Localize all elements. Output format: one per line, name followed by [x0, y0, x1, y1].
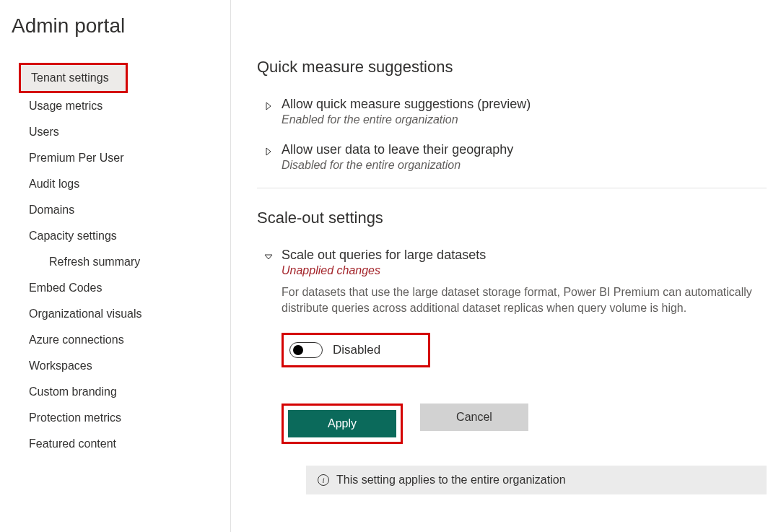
nav-list: Tenant settings Usage metrics Users Prem…	[9, 63, 230, 457]
setting-status: Enabled for the entire organization	[282, 113, 767, 126]
setting-row-allow-quick-measure[interactable]: Allow quick measure suggestions (preview…	[257, 97, 767, 126]
setting-label: Scale out queries for large datasets	[282, 248, 767, 263]
sidebar-item-users[interactable]: Users	[9, 119, 218, 145]
setting-status: Disabled for the entire organization	[282, 159, 767, 172]
sidebar-item-capacity-settings[interactable]: Capacity settings	[9, 223, 218, 249]
sidebar-item-embed-codes[interactable]: Embed Codes	[9, 275, 218, 301]
setting-content: Allow quick measure suggestions (preview…	[282, 97, 767, 126]
portal-title: Admin portal	[9, 14, 230, 38]
sidebar-item-protection-metrics[interactable]: Protection metrics	[9, 405, 218, 431]
setting-row-scale-out-queries[interactable]: Scale out queries for large datasets Una…	[257, 248, 767, 494]
sidebar-item-workspaces[interactable]: Workspaces	[9, 353, 218, 379]
setting-warning: Unapplied changes	[282, 264, 767, 277]
cancel-button[interactable]: Cancel	[420, 404, 528, 431]
toggle-knob	[293, 345, 303, 355]
sidebar-item-azure-connections[interactable]: Azure connections	[9, 327, 218, 353]
button-row: Apply Cancel	[282, 404, 767, 444]
info-bar: i This setting applies to the entire org…	[306, 466, 767, 494]
setting-content: Allow user data to leave their geography…	[282, 142, 767, 172]
sidebar-item-domains[interactable]: Domains	[9, 197, 218, 223]
sidebar: Admin portal Tenant settings Usage metri…	[0, 0, 231, 532]
setting-description: For datasets that use the large dataset …	[282, 284, 767, 317]
toggle-label: Disabled	[333, 343, 380, 357]
sidebar-item-featured-content[interactable]: Featured content	[9, 431, 218, 457]
setting-label: Allow user data to leave their geography	[282, 142, 767, 157]
section-title-quick-measure: Quick measure suggestions	[257, 58, 767, 77]
sidebar-item-tenant-settings[interactable]: Tenant settings	[19, 63, 128, 93]
section-divider	[257, 188, 767, 188]
apply-button[interactable]: Apply	[288, 410, 396, 437]
sidebar-item-refresh-summary[interactable]: Refresh summary	[9, 249, 218, 275]
apply-highlight: Apply	[282, 404, 403, 444]
info-text: This setting applies to the entire organ…	[336, 474, 566, 487]
sidebar-item-organizational-visuals[interactable]: Organizational visuals	[9, 301, 218, 327]
sidebar-item-usage-metrics[interactable]: Usage metrics	[9, 93, 218, 119]
setting-content: Scale out queries for large datasets Una…	[282, 248, 767, 494]
caret-right-icon	[264, 147, 273, 155]
toggle-switch[interactable]	[289, 342, 323, 358]
section-title-scale-out: Scale-out settings	[257, 209, 767, 227]
caret-down-icon	[264, 252, 273, 261]
info-icon: i	[318, 474, 329, 486]
sidebar-item-audit-logs[interactable]: Audit logs	[9, 171, 218, 197]
caret-right-icon	[264, 101, 273, 110]
toggle-highlight: Disabled	[282, 333, 430, 367]
sidebar-item-premium-per-user[interactable]: Premium Per User	[9, 145, 218, 171]
sidebar-item-custom-branding[interactable]: Custom branding	[9, 379, 218, 405]
setting-row-allow-user-data[interactable]: Allow user data to leave their geography…	[257, 142, 767, 172]
main-content: Quick measure suggestions Allow quick me…	[231, 0, 781, 532]
setting-label: Allow quick measure suggestions (preview…	[282, 97, 767, 112]
